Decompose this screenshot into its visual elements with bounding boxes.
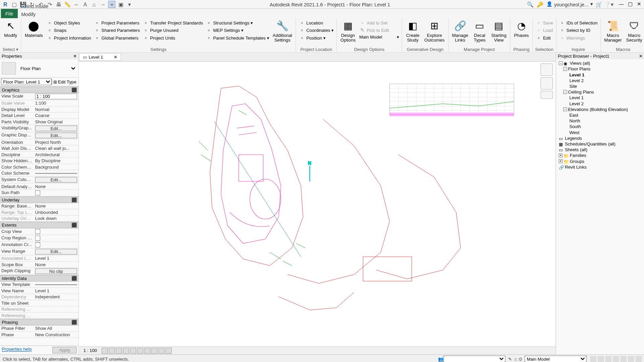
manage-links-button[interactable]: 🔗Manage Links xyxy=(450,19,470,44)
location-position[interactable]: ▫Position ▾ xyxy=(298,34,334,41)
tree-item-level-2[interactable]: Level 2 xyxy=(557,101,643,106)
settings-structural-settings[interactable]: ▫Structural Settings ▾ xyxy=(205,19,270,26)
pan-button[interactable] xyxy=(540,91,553,99)
tree-item-level-1[interactable]: Level 1 xyxy=(557,95,643,101)
location-location[interactable]: ▫Location xyxy=(298,19,334,26)
prop-edit-button[interactable]: No clip xyxy=(35,268,77,274)
explore-outcomes-button[interactable]: ⊞Explore Outcomes xyxy=(423,19,446,44)
tree-item-floor-plans[interactable]: -Floor Plans xyxy=(557,66,643,72)
type-selector[interactable]: Floor Plan xyxy=(0,59,78,77)
tree-item-groups[interactable]: +📁Groups xyxy=(557,158,643,164)
reveal-hidden-icon[interactable] xyxy=(165,348,172,354)
text-icon[interactable]: A xyxy=(82,1,89,8)
visual-style-icon[interactable] xyxy=(109,348,115,354)
tree-toggle-icon[interactable]: - xyxy=(563,67,567,71)
tree-item-level-2[interactable]: Level 2 xyxy=(557,78,643,83)
close-button[interactable]: ✕ xyxy=(636,1,643,7)
minimize-button[interactable]: — xyxy=(618,1,625,7)
settings-purge-unused[interactable]: ▫Purge Unused xyxy=(142,26,204,34)
tree-item-sheets-all-[interactable]: ▭Sheets (all) xyxy=(557,147,643,153)
tree-toggle-icon[interactable]: + xyxy=(559,154,563,158)
settings-global-parameters[interactable]: ▫Global Parameters xyxy=(93,34,141,41)
prop-edit-button[interactable]: Edit... xyxy=(35,249,77,254)
additional-settings-button[interactable]: 🔧 Additional Settings xyxy=(271,19,294,44)
close-tab-icon[interactable]: ✕ xyxy=(114,55,117,60)
editable-only-icon[interactable]: ✎ xyxy=(508,357,512,362)
section-icon[interactable]: → xyxy=(99,1,106,8)
shadows-icon[interactable] xyxy=(123,348,129,354)
close-browser-icon[interactable]: ✕ xyxy=(639,54,643,59)
tree-item-ceiling-plans[interactable]: -Ceiling Plans xyxy=(557,89,643,95)
tree-item-families[interactable]: +📁Families xyxy=(557,153,643,158)
settings-transfer-project-standards[interactable]: ▫Transfer Project Standards xyxy=(142,19,204,26)
selection-edit[interactable]: ▫Edit xyxy=(535,34,554,41)
modify-button[interactable]: ↖ Modify xyxy=(2,19,19,39)
prop-edit-button[interactable]: Edit... xyxy=(35,125,77,131)
tree-item-views-all-[interactable]: -◉Views (all) xyxy=(557,60,643,66)
edit-type-button[interactable]: ⊞Edit Type xyxy=(52,79,77,84)
select-face-icon[interactable] xyxy=(613,356,619,362)
home-view-button[interactable] xyxy=(540,63,553,76)
decal-types-button[interactable]: ▭Decal Types xyxy=(471,19,489,44)
tree-toggle-icon[interactable]: + xyxy=(559,159,563,163)
maximize-button[interactable]: ▢ xyxy=(627,1,634,7)
ribbon-tab-jp-[interactable]: JP建築 xyxy=(18,0,79,2)
settings-mep-settings[interactable]: ▫MEP Settings ▾ xyxy=(205,26,270,34)
tree-toggle-icon[interactable]: - xyxy=(559,61,563,65)
select-dropdown[interactable]: Select ▾ xyxy=(2,47,19,52)
inquire-ids-of-selection[interactable]: ▫IDs of Selection xyxy=(558,19,598,26)
temp-hide-icon[interactable] xyxy=(158,348,165,354)
tree-item-west[interactable]: West xyxy=(557,129,643,135)
settings-project-information[interactable]: ▫Project Information xyxy=(46,34,92,41)
tree-item-revit-links[interactable]: 🔗Revit Links xyxy=(557,164,643,170)
instance-dropdown[interactable]: Floor Plan: Level 1 xyxy=(1,78,52,85)
tree-toggle-icon[interactable]: - xyxy=(563,90,567,94)
macro-security-button[interactable]: 🛡Macro Security xyxy=(625,19,644,44)
settings-object-styles[interactable]: ▫Object Styles xyxy=(46,19,92,26)
tree-toggle-icon[interactable]: - xyxy=(563,107,567,111)
cart-icon[interactable]: 🛒 xyxy=(595,1,602,8)
drag-elements-icon[interactable] xyxy=(621,356,627,362)
file-tab[interactable]: File xyxy=(1,9,18,18)
workset-dropdown[interactable] xyxy=(443,356,505,362)
settings-panel-schedule-templates[interactable]: ▫Panel Schedule Templates ▾ xyxy=(205,34,270,41)
sun-path-icon[interactable] xyxy=(116,348,122,354)
ribbon-tab-rhino-inside[interactable]: Rhino.Inside xyxy=(18,2,79,10)
tree-item-site[interactable]: Site xyxy=(557,83,643,89)
tree-item-east[interactable]: East xyxy=(557,112,643,118)
prop-checkbox[interactable] xyxy=(35,229,41,234)
keys-icon[interactable]: 🔑 xyxy=(536,1,543,8)
design-option-dropdown[interactable]: Main Model xyxy=(525,356,587,362)
tree-item-schedules-quantities-all-[interactable]: ▦Schedules/Quantities (all) xyxy=(557,141,643,147)
prop-checkbox[interactable] xyxy=(35,190,41,196)
settings-project-units[interactable]: ▫Project Units xyxy=(142,34,204,41)
prop-checkbox[interactable] xyxy=(35,242,41,247)
tree-item-legends[interactable]: ▭Legends xyxy=(557,135,643,141)
inquire-select-by-id[interactable]: ▫Select by ID xyxy=(558,26,598,34)
prop-input[interactable] xyxy=(35,94,77,99)
user-menu[interactable]: 👤youngcheol.je...▾ xyxy=(546,1,593,7)
filter-icon[interactable] xyxy=(628,356,634,362)
close-panel-icon[interactable]: ✕ xyxy=(73,54,77,59)
prop-edit-button[interactable]: Edit... xyxy=(35,133,77,138)
select-links-icon[interactable] xyxy=(590,356,597,362)
crop-icon[interactable] xyxy=(137,348,143,354)
materials-button[interactable]: ⬤ Materials xyxy=(23,19,45,39)
location-coordinates[interactable]: ▫Coordinates ▾ xyxy=(298,26,334,34)
prop-edit-button[interactable] xyxy=(35,173,77,174)
background-icon[interactable] xyxy=(636,356,642,362)
macro-manager-button[interactable]: 📜Macro Manager xyxy=(602,19,624,44)
design-options-button[interactable]: ▦ Design Options xyxy=(338,19,357,44)
worksets-icon[interactable]: 👥 xyxy=(438,357,443,362)
crop-region-icon[interactable] xyxy=(144,348,150,354)
lock-3d-icon[interactable] xyxy=(151,348,158,354)
switch-windows-icon[interactable]: ▾ xyxy=(126,1,133,8)
ribbon-tab-modify[interactable]: Modify xyxy=(18,10,79,18)
select-pinned-icon[interactable] xyxy=(605,356,612,362)
select-underlay-icon[interactable] xyxy=(598,356,604,362)
tree-item-south[interactable]: South xyxy=(557,124,643,129)
close-windows-icon[interactable]: ▣ xyxy=(117,1,124,8)
starting-view-button[interactable]: ▤Starting View xyxy=(489,19,508,44)
apply-button[interactable]: Apply xyxy=(52,347,77,354)
properties-help-link[interactable]: Properties help xyxy=(2,347,32,354)
